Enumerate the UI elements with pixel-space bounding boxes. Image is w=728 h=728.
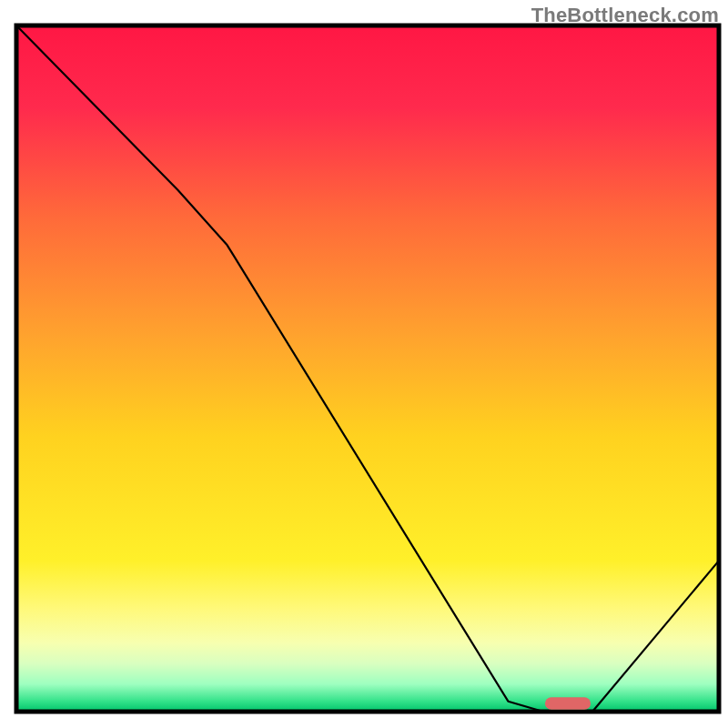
plot-area xyxy=(16,25,719,712)
optimal-marker xyxy=(545,697,591,710)
chart-background xyxy=(16,25,719,712)
bottleneck-chart: TheBottleneck.com xyxy=(0,0,728,728)
watermark-text: TheBottleneck.com xyxy=(531,4,719,27)
chart-svg xyxy=(0,0,728,728)
